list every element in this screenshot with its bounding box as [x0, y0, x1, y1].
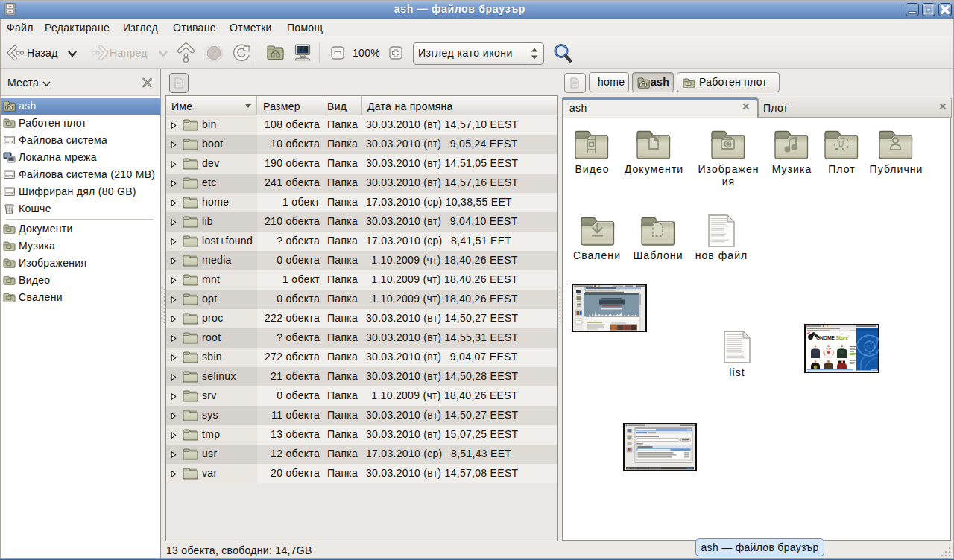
svg-text:GNOME: GNOME [816, 335, 835, 340]
svg-text:Store: Store [836, 335, 849, 340]
svg-text:D: D [838, 140, 844, 148]
